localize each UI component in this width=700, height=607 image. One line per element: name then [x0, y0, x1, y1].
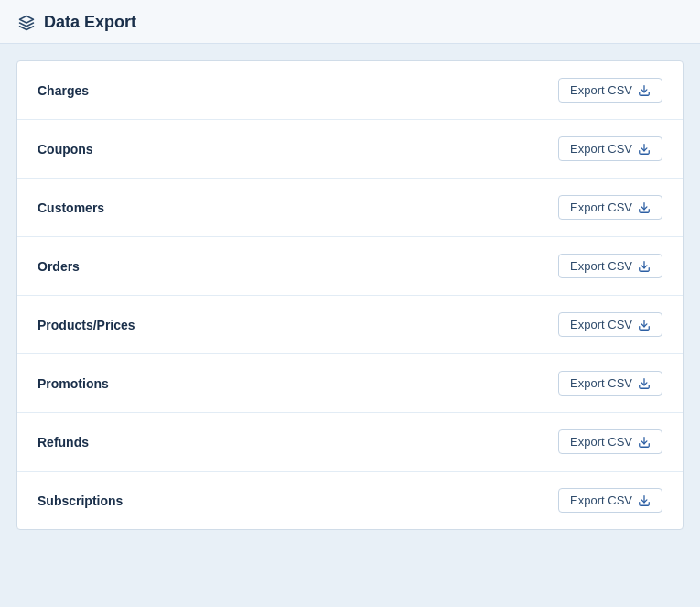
- export-row-refunds: RefundsExport CSV: [17, 413, 683, 472]
- export-csv-label-customers: Export CSV: [570, 201, 632, 214]
- export-csv-label-coupons: Export CSV: [570, 142, 632, 156]
- export-label-customers: Customers: [38, 201, 104, 215]
- export-csv-label-promotions: Export CSV: [570, 376, 632, 390]
- layers-icon: [18, 15, 35, 31]
- export-label-products-prices: Products/Prices: [38, 318, 135, 332]
- export-label-refunds: Refunds: [38, 435, 89, 450]
- main-content: ChargesExport CSV CouponsExport CSV Cust…: [0, 44, 700, 547]
- download-icon: [638, 84, 651, 97]
- export-csv-button-refunds[interactable]: Export CSV: [558, 429, 662, 454]
- export-csv-label-charges: Export CSV: [570, 83, 632, 97]
- export-csv-button-coupons[interactable]: Export CSV: [558, 136, 662, 161]
- page-title: Data Export: [44, 13, 136, 32]
- export-csv-label-refunds: Export CSV: [570, 435, 632, 449]
- export-label-coupons: Coupons: [38, 142, 93, 157]
- download-icon: [638, 377, 651, 390]
- svg-marker-0: [20, 16, 34, 23]
- export-label-charges: Charges: [38, 83, 89, 98]
- download-icon: [638, 260, 651, 273]
- export-csv-button-charges[interactable]: Export CSV: [558, 78, 662, 103]
- export-csv-button-subscriptions[interactable]: Export CSV: [558, 488, 662, 513]
- export-csv-label-products-prices: Export CSV: [570, 318, 632, 331]
- export-row-orders: OrdersExport CSV: [17, 237, 683, 296]
- page-header: Data Export: [0, 0, 700, 44]
- export-csv-label-subscriptions: Export CSV: [570, 493, 632, 507]
- export-label-promotions: Promotions: [38, 376, 109, 391]
- export-csv-label-orders: Export CSV: [570, 259, 632, 273]
- export-csv-button-promotions[interactable]: Export CSV: [558, 371, 662, 396]
- download-icon: [638, 436, 651, 449]
- export-row-products-prices: Products/PricesExport CSV: [17, 296, 683, 354]
- download-icon: [638, 494, 651, 507]
- export-row-subscriptions: SubscriptionsExport CSV: [17, 472, 683, 529]
- download-icon: [638, 143, 651, 156]
- export-csv-button-orders[interactable]: Export CSV: [558, 254, 662, 278]
- export-row-charges: ChargesExport CSV: [17, 61, 683, 120]
- export-label-orders: Orders: [38, 259, 80, 274]
- export-row-promotions: PromotionsExport CSV: [17, 354, 683, 413]
- download-icon: [638, 319, 651, 331]
- export-card: ChargesExport CSV CouponsExport CSV Cust…: [16, 60, 684, 530]
- export-csv-button-products-prices[interactable]: Export CSV: [558, 312, 662, 337]
- export-csv-button-customers[interactable]: Export CSV: [558, 195, 662, 220]
- export-label-subscriptions: Subscriptions: [38, 493, 123, 508]
- export-row-customers: CustomersExport CSV: [17, 179, 683, 237]
- download-icon: [638, 201, 651, 214]
- export-row-coupons: CouponsExport CSV: [17, 120, 683, 179]
